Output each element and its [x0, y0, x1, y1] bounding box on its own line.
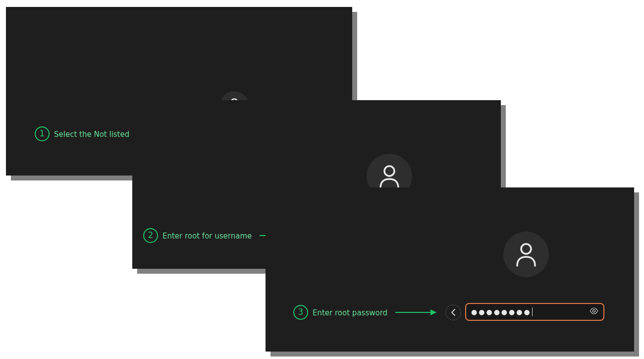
svg-point-1 — [384, 166, 394, 176]
show-password-button[interactable] — [590, 306, 598, 317]
step-label-2: Enter root for username — [162, 232, 252, 240]
step-badge-3: 3 — [293, 305, 308, 320]
step-number: 3 — [298, 307, 304, 317]
chevron-left-icon — [451, 309, 456, 316]
arrow-3 — [395, 312, 436, 313]
generic-avatar — [503, 232, 549, 277]
back-button[interactable] — [445, 304, 461, 320]
step-number: 2 — [148, 230, 154, 240]
eye-icon — [590, 306, 598, 315]
step-number: 1 — [40, 128, 45, 138]
person-icon — [378, 164, 400, 189]
step-badge-2: 2 — [143, 228, 158, 243]
password-masked-value: ●●●●●●●● — [471, 308, 532, 316]
svg-point-3 — [592, 309, 595, 312]
person-icon — [515, 242, 537, 267]
text-caret — [532, 307, 533, 316]
password-input[interactable]: ●●●●●●●● — [465, 303, 604, 321]
step-badge-1: 1 — [35, 126, 50, 141]
step-label-3: Enter root password — [313, 308, 387, 317]
login-screen-step3: ●●●●●●●● 3 Enter root password — [266, 187, 634, 352]
svg-point-2 — [521, 244, 531, 254]
